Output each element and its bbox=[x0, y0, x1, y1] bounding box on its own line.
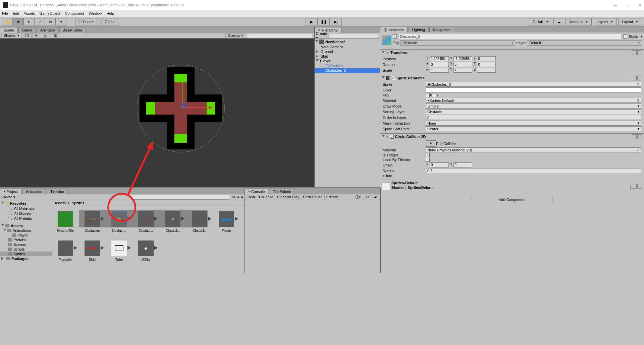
2d-toggle[interactable]: 2D bbox=[22, 33, 32, 38]
tab-scene[interactable]: Scene bbox=[0, 27, 18, 33]
pause-button[interactable]: ❚❚ bbox=[318, 18, 330, 25]
cc-enabled-checkbox[interactable] bbox=[390, 135, 394, 139]
tab-navigation[interactable]: Navigation bbox=[429, 27, 454, 32]
pos-x-input[interactable] bbox=[430, 56, 449, 61]
hierarchy-item-selected[interactable]: Obstacles_0 bbox=[315, 68, 380, 73]
console-collapse[interactable]: Collapse bbox=[257, 194, 275, 200]
asset-item[interactable]: πObstacl... bbox=[190, 211, 209, 232]
asset-item[interactable]: Tube bbox=[110, 240, 128, 262]
console-clear-on-play[interactable]: Clear on Play bbox=[275, 194, 301, 200]
draw-mode-dropdown[interactable]: Simple▾ bbox=[426, 104, 641, 109]
tab-animation[interactable]: Animation bbox=[22, 189, 46, 194]
static-checkbox[interactable] bbox=[623, 34, 627, 39]
used-by-effector-checkbox[interactable] bbox=[426, 158, 430, 162]
color-field[interactable] bbox=[426, 87, 641, 92]
folder-item-selected[interactable]: Sprites bbox=[0, 252, 52, 256]
help-icon[interactable] bbox=[632, 134, 637, 139]
menu-edit[interactable]: Edit bbox=[13, 11, 19, 15]
cloud-button[interactable]: ☁ bbox=[553, 18, 564, 25]
favorites-header[interactable]: ★Favorites bbox=[0, 201, 52, 206]
console-error-count[interactable]: ● 0 bbox=[372, 194, 380, 200]
step-button[interactable]: ▶| bbox=[330, 18, 342, 25]
tab-game[interactable]: Game bbox=[18, 27, 36, 33]
menu-help[interactable]: Help bbox=[106, 11, 114, 15]
hierarchy-item[interactable]: FlyParticle bbox=[315, 63, 380, 68]
transform-header[interactable]: ⬌Transform bbox=[380, 50, 644, 56]
shading-dropdown[interactable]: Shaded▾ bbox=[1, 33, 21, 38]
layout-dropdown[interactable]: Layout▼ bbox=[618, 18, 642, 25]
help-icon[interactable] bbox=[632, 184, 637, 189]
console-clear[interactable]: Clear bbox=[245, 194, 257, 200]
favorite-item[interactable]: 🔍All Models bbox=[0, 211, 52, 216]
console-editor[interactable]: Editor ▾ bbox=[325, 194, 340, 200]
layers-dropdown[interactable]: Layers▼ bbox=[593, 18, 617, 25]
asset-item[interactable]: •Projectile bbox=[56, 240, 75, 262]
rect-tool[interactable]: ▭ bbox=[45, 18, 56, 25]
project-create-dropdown[interactable]: Create ▾ bbox=[1, 195, 15, 199]
move-x-gizmo[interactable] bbox=[182, 107, 211, 108]
asset-item[interactable]: ✦EX★Obstacles bbox=[83, 211, 102, 232]
move-center-gizmo[interactable] bbox=[181, 102, 186, 108]
console-info-count[interactable]: ⓘ 0 bbox=[354, 194, 363, 200]
hierarchy-search-input[interactable] bbox=[328, 33, 379, 38]
transform-tool[interactable]: ✦ bbox=[56, 18, 66, 25]
pos-z-input[interactable] bbox=[477, 56, 496, 61]
fx-toggle[interactable]: ▦ bbox=[51, 33, 59, 38]
flip-y-checkbox[interactable] bbox=[432, 93, 436, 97]
scale-tool[interactable]: ⤢ bbox=[34, 18, 45, 25]
menu-file[interactable]: File bbox=[2, 11, 8, 15]
tab-console[interactable]: ▪ Console bbox=[245, 189, 268, 194]
sprite-renderer-header[interactable]: 🖼Sprite Renderer bbox=[380, 75, 644, 81]
folder-item[interactable]: Animations bbox=[0, 228, 52, 233]
close-button[interactable]: ✕ bbox=[638, 3, 641, 7]
rot-y-input[interactable] bbox=[453, 62, 472, 67]
scene-viewport[interactable] bbox=[0, 39, 314, 187]
collab-dropdown[interactable]: Collab▼ bbox=[529, 18, 552, 25]
assets-header[interactable]: Assets bbox=[0, 223, 52, 228]
asset-item[interactable]: ✖Obstacl... bbox=[163, 211, 182, 232]
help-icon[interactable] bbox=[632, 76, 637, 80]
tab-inspector[interactable]: ⓘ Inspector bbox=[380, 27, 408, 32]
asset-item[interactable]: Ship bbox=[83, 240, 102, 262]
hierarchy-item[interactable]: Ship bbox=[315, 54, 380, 59]
hierarchy-scene[interactable]: NewScene* bbox=[315, 39, 380, 45]
maximize-button[interactable]: □ bbox=[627, 3, 629, 7]
sorting-layer-dropdown[interactable]: Obstacle▾ bbox=[426, 109, 641, 114]
sr-enabled-checkbox[interactable] bbox=[391, 76, 395, 80]
object-name-input[interactable] bbox=[398, 34, 622, 39]
hierarchy-item[interactable]: Ground bbox=[315, 49, 380, 54]
gizmos-dropdown[interactable]: Gizmos▾ bbox=[225, 33, 245, 38]
asset-item[interactable]: ◉UIDial bbox=[137, 240, 155, 262]
scene-search-input[interactable] bbox=[246, 33, 313, 38]
tab-project[interactable]: ▪ Project bbox=[0, 189, 21, 194]
folder-item[interactable]: Player bbox=[0, 233, 52, 237]
settings-icon[interactable] bbox=[637, 76, 642, 80]
minimize-button[interactable]: — bbox=[613, 3, 617, 7]
sort-point-dropdown[interactable]: Center▾ bbox=[426, 126, 641, 131]
project-search-input[interactable] bbox=[130, 195, 231, 200]
console-warn-count[interactable]: ⚠ 0 bbox=[363, 194, 372, 200]
folder-item[interactable]: Prefabs bbox=[0, 237, 52, 242]
scale-y-input[interactable] bbox=[453, 68, 472, 73]
hierarchy-item[interactable]: Player bbox=[315, 59, 380, 63]
tab-asset-store[interactable]: Asset Store bbox=[59, 27, 86, 33]
settings-icon[interactable] bbox=[637, 184, 642, 189]
material-field[interactable]: ● Sprites-Default⊙ bbox=[426, 98, 641, 103]
settings-icon[interactable] bbox=[637, 134, 642, 139]
circle-collider-header[interactable]: ●Circle Collider 2D bbox=[380, 134, 644, 140]
lighting-toggle[interactable]: ☀ bbox=[32, 33, 40, 38]
offset-x-input[interactable] bbox=[430, 162, 449, 167]
menu-gameobject[interactable]: GameObject bbox=[40, 11, 60, 15]
order-input[interactable] bbox=[427, 116, 640, 120]
favorite-item[interactable]: 🔍All Prefabs bbox=[0, 216, 52, 221]
pivot-toggle[interactable]: Center bbox=[75, 18, 97, 25]
rotate-tool[interactable]: ↻ bbox=[23, 18, 34, 25]
menu-component[interactable]: Component bbox=[65, 11, 84, 15]
is-trigger-checkbox[interactable] bbox=[426, 153, 430, 157]
folder-item[interactable]: Scenes bbox=[0, 242, 52, 247]
audio-toggle[interactable]: 🔊 bbox=[41, 33, 50, 38]
rot-z-input[interactable] bbox=[477, 62, 496, 67]
account-dropdown[interactable]: Account▼ bbox=[566, 18, 592, 25]
asset-item[interactable]: ✚Obstacl... bbox=[137, 211, 155, 232]
help-icon[interactable] bbox=[632, 50, 637, 55]
